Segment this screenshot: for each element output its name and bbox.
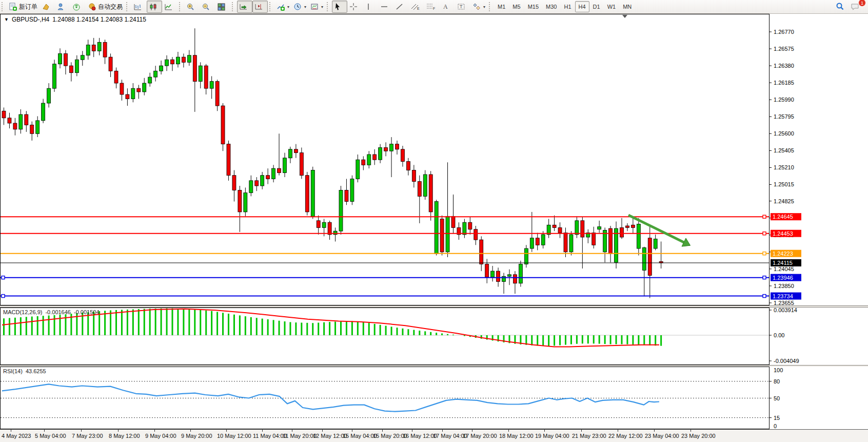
fibonacci-button[interactable]: F	[424, 1, 440, 13]
time-axis-label: 15 May 04:00	[343, 433, 377, 439]
timeframe-m5-button[interactable]: M5	[509, 1, 524, 12]
timeframe-m30-button[interactable]: M30	[542, 1, 560, 12]
candle	[187, 50, 191, 66]
zoom-in-button[interactable]	[184, 1, 200, 13]
line-handle[interactable]	[763, 295, 766, 298]
toolbar-grip[interactable]	[489, 2, 492, 11]
candle	[238, 186, 242, 232]
price-chart-canvas[interactable]: 1.267701.265751.263801.261851.259901.257…	[0, 14, 868, 305]
candle	[81, 51, 84, 66]
auto-scroll-button[interactable]	[237, 1, 252, 13]
macd-signal-value: -0.001504	[74, 309, 100, 315]
price-chart-panel[interactable]: 1.267701.265751.263801.261851.259901.257…	[0, 14, 868, 305]
candle	[25, 111, 28, 132]
timeframe-m15-button[interactable]: M15	[524, 1, 542, 12]
cursor-button[interactable]	[332, 1, 347, 13]
signals-button[interactable]	[70, 1, 86, 13]
line-handle[interactable]	[2, 276, 5, 279]
crosshair-button[interactable]	[347, 1, 363, 13]
timeframe-w1-button[interactable]: W1	[604, 1, 620, 12]
candlestick-mode-button[interactable]	[147, 1, 162, 13]
shapes-icon	[472, 3, 481, 11]
timeframe-m1-button[interactable]: M1	[494, 1, 509, 12]
trendline-button[interactable]	[393, 1, 409, 13]
rsi-canvas[interactable]: 8050151000	[0, 367, 868, 429]
candle	[171, 57, 174, 71]
search-button[interactable]	[833, 1, 849, 13]
shapes-button[interactable]: ▾	[470, 1, 487, 13]
periods-button[interactable]: ▾	[291, 1, 308, 13]
auto-scroll-icon	[239, 3, 248, 11]
chevron-down-icon[interactable]: ▾	[287, 5, 289, 9]
vertical-line-button[interactable]	[363, 1, 378, 13]
toolbar-grip[interactable]	[126, 2, 130, 11]
equidistant-channel-button[interactable]: E	[409, 1, 424, 13]
candle	[536, 233, 539, 251]
macd-canvas[interactable]: 0.0039140.00-0.004049	[0, 308, 868, 365]
candle	[114, 67, 118, 88]
candle	[569, 231, 573, 255]
timeframe-h4-button[interactable]: H4	[575, 1, 589, 12]
rsi-axis-label: 0	[774, 423, 777, 429]
candle	[659, 241, 663, 268]
toolbar-grip[interactable]	[269, 2, 273, 11]
tile-windows-button[interactable]	[215, 1, 230, 13]
chart-shift-button[interactable]	[252, 1, 268, 13]
notifications-button[interactable]: 1	[849, 1, 864, 13]
toolbar-grip[interactable]	[179, 2, 183, 11]
macd-panel[interactable]: 0.0039140.00-0.004049 MACD(12,26,9) -0.0…	[0, 308, 868, 365]
time-axis-tick	[442, 430, 443, 432]
horizontal-line-button[interactable]	[378, 1, 393, 13]
time-axis-label: 22 May 12:00	[608, 433, 643, 439]
candle	[300, 147, 303, 179]
chart-expander-icon[interactable]: ▼	[4, 17, 9, 22]
bar-chart-mode-button[interactable]	[131, 1, 147, 13]
candle	[592, 227, 596, 248]
templates-button[interactable]: ▾	[308, 1, 325, 13]
line-handle[interactable]	[763, 276, 766, 279]
time-axis-label: 23 May 20:00	[681, 433, 716, 439]
svg-text:T: T	[460, 4, 463, 9]
time-axis[interactable]: 4 May 20235 May 04:007 May 23:008 May 12…	[0, 429, 868, 442]
candle	[631, 217, 635, 234]
toolbar-grip[interactable]	[2, 2, 5, 11]
text-button[interactable]: A	[440, 1, 455, 13]
rsi-panel[interactable]: 8050151000 RSI(14) 43.6255	[0, 367, 868, 429]
candle	[491, 266, 495, 282]
candle	[244, 187, 247, 216]
timeframe-h1-button[interactable]: H1	[560, 1, 575, 12]
candle	[362, 156, 365, 170]
macd-axis-label: 0.003914	[774, 308, 797, 313]
candle	[305, 172, 309, 216]
timeframe-mn-button[interactable]: MN	[619, 1, 635, 12]
chevron-down-icon[interactable]: ▾	[483, 5, 485, 9]
new-order-icon	[9, 3, 17, 11]
line-handle[interactable]	[763, 252, 766, 255]
hline-icon	[380, 3, 388, 11]
indicators-button[interactable]: ▾	[274, 1, 291, 13]
text-label-button[interactable]: T	[455, 1, 470, 13]
signals-icon	[72, 3, 81, 11]
channel-icon: E	[411, 3, 420, 11]
toolbar-grip[interactable]	[232, 2, 235, 11]
chevron-down-icon[interactable]: ▾	[321, 5, 323, 9]
candle	[210, 76, 213, 99]
profiles-button[interactable]	[40, 1, 55, 13]
bar-chart-icon	[133, 3, 143, 11]
chevron-down-icon[interactable]: ▾	[304, 5, 306, 9]
timeframe-d1-button[interactable]: D1	[589, 1, 604, 12]
candle	[47, 83, 51, 107]
line-handle[interactable]	[2, 295, 5, 298]
line-handle[interactable]	[763, 232, 766, 235]
mt4-window: 新订单自动交易▾▾▾EFAT▾M1M5M15M30H1H4D1W1MN1 1.2…	[0, 0, 868, 442]
autotrading-button[interactable]: 自动交易	[86, 1, 125, 13]
line-chart-mode-button[interactable]	[162, 1, 177, 13]
toolbar-grip[interactable]	[327, 2, 330, 11]
new-order-button[interactable]: 新订单	[7, 1, 40, 13]
rsi-axis-label: 15	[774, 415, 780, 421]
candle	[255, 177, 259, 191]
chart-shift-marker[interactable]	[622, 15, 627, 18]
community-button[interactable]	[55, 1, 70, 13]
line-handle[interactable]	[763, 215, 766, 218]
zoom-out-button[interactable]	[200, 1, 215, 13]
